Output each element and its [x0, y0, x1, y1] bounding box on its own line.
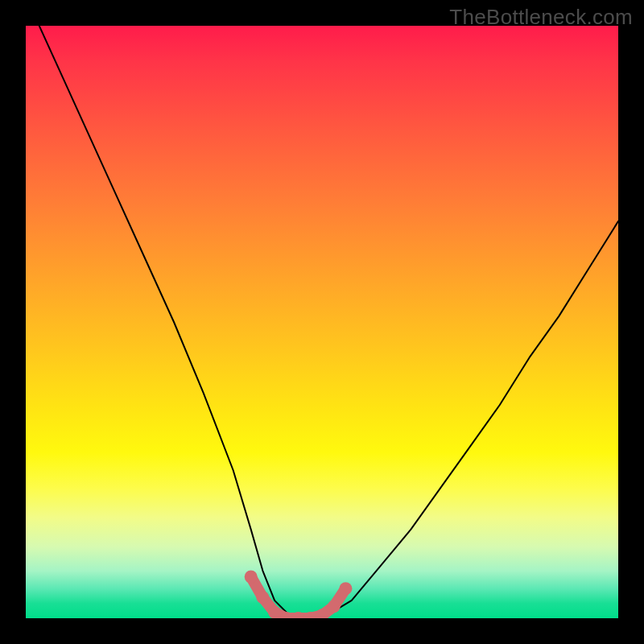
near-zero-marker-dot [339, 582, 352, 595]
bottleneck-curve [26, 26, 618, 618]
near-zero-marker-dot [245, 571, 258, 584]
plot-area [26, 26, 618, 618]
near-zero-marker-dot [268, 606, 281, 618]
chart-frame: TheBottleneck.com [0, 0, 644, 644]
near-zero-marker-dot [256, 591, 269, 604]
near-zero-marker-dot [328, 600, 341, 613]
chart-svg [26, 26, 618, 618]
